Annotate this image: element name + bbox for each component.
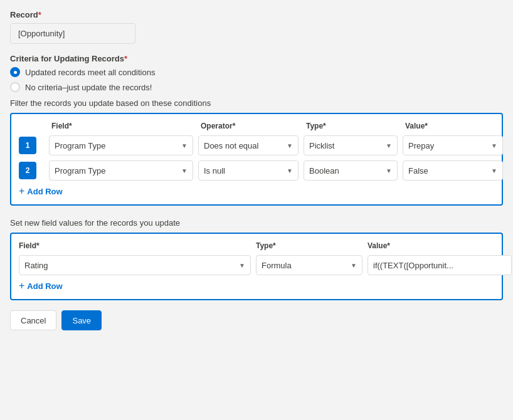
condition-row-1: 1 Program Type ▼ Does not equal ▼ Pickli… xyxy=(19,135,494,155)
header-type: Type* xyxy=(306,122,400,130)
radio-circle-all-conditions[interactable] xyxy=(10,67,20,77)
header-value: Value* xyxy=(405,122,505,130)
values-header-value: Value* xyxy=(368,241,512,250)
chevron-down-icon: ▼ xyxy=(491,142,497,149)
radio-circle-no-criteria[interactable] xyxy=(10,82,20,92)
row-number-2: 2 xyxy=(19,162,36,179)
condition-row-2: 2 Program Type ▼ Is null ▼ Boolean ▼ Fal… xyxy=(19,160,494,181)
header-operator: Operator* xyxy=(201,122,301,130)
condition-operator-2[interactable]: Is null ▼ xyxy=(198,160,299,181)
criteria-section: Criteria for Updating Records* Updated r… xyxy=(10,54,503,92)
header-field: Field* xyxy=(51,122,196,130)
radio-label-all-conditions: Updated records meet all conditions xyxy=(25,68,155,77)
values-row-1: Rating ▼ Formula ▼ if((TEXT([Opportunit.… xyxy=(19,255,494,275)
condition-type-2[interactable]: Boolean ▼ xyxy=(304,160,398,181)
chevron-down-icon: ▼ xyxy=(386,142,392,149)
conditions-table: Field* Operator* Type* Value* 1 Program … xyxy=(10,113,503,206)
filter-description: Filter the records you update based on t… xyxy=(10,98,503,108)
values-value-1[interactable]: if((TEXT([Opportunit... xyxy=(368,255,512,275)
condition-value-1[interactable]: Prepay ▼ xyxy=(403,135,503,155)
header-delete xyxy=(510,122,513,130)
bottom-buttons: Cancel Save xyxy=(10,310,503,330)
chevron-down-icon: ▼ xyxy=(351,262,357,269)
delete-row-1[interactable]: × xyxy=(508,140,513,150)
chevron-down-icon: ▼ xyxy=(491,167,497,174)
save-button[interactable]: Save xyxy=(61,310,102,330)
values-header-type: Type* xyxy=(256,241,362,250)
values-header-field: Field* xyxy=(19,241,251,250)
values-table: Field* Type* Value* Rating ▼ Formula ▼ i… xyxy=(10,233,503,300)
add-values-row-button[interactable]: + Add Row xyxy=(19,280,63,291)
condition-operator-1[interactable]: Does not equal ▼ xyxy=(198,135,299,155)
chevron-down-icon: ▼ xyxy=(386,167,392,174)
chevron-down-icon: ▼ xyxy=(287,167,293,174)
chevron-down-icon: ▼ xyxy=(181,167,188,174)
criteria-radio-group: Updated records meet all conditions No c… xyxy=(10,67,503,92)
radio-item-all-conditions[interactable]: Updated records meet all conditions xyxy=(10,67,503,77)
chevron-down-icon: ▼ xyxy=(181,142,188,149)
condition-field-1[interactable]: Program Type ▼ xyxy=(49,135,193,155)
row-number-1: 1 xyxy=(19,137,36,154)
plus-icon: + xyxy=(19,280,24,291)
delete-row-2[interactable]: × xyxy=(508,165,513,176)
cancel-button[interactable]: Cancel xyxy=(10,310,56,330)
conditions-header: Field* Operator* Type* Value* xyxy=(19,122,494,130)
plus-icon: + xyxy=(19,186,24,197)
header-num xyxy=(21,122,46,130)
add-condition-row-button[interactable]: + Add Row xyxy=(19,186,63,197)
criteria-label: Criteria for Updating Records* xyxy=(10,54,503,63)
condition-field-2[interactable]: Program Type ▼ xyxy=(49,160,193,181)
condition-value-2[interactable]: False ▼ xyxy=(403,160,503,181)
record-label: Record* xyxy=(10,10,503,19)
values-header: Field* Type* Value* xyxy=(19,241,494,250)
radio-label-no-criteria: No criteria–just update the records! xyxy=(25,83,152,92)
radio-item-no-criteria[interactable]: No criteria–just update the records! xyxy=(10,82,503,92)
record-value[interactable]: [Opportunity] xyxy=(10,23,135,44)
condition-type-1[interactable]: Picklist ▼ xyxy=(304,135,398,155)
set-values-description: Set new field values for the records you… xyxy=(10,218,503,228)
chevron-down-icon: ▼ xyxy=(287,142,293,149)
values-field-1[interactable]: Rating ▼ xyxy=(19,255,251,275)
chevron-down-icon: ▼ xyxy=(239,262,245,269)
record-section: Record* [Opportunity] xyxy=(10,10,503,54)
values-type-1[interactable]: Formula ▼ xyxy=(256,255,362,275)
set-values-section: Set new field values for the records you… xyxy=(10,218,503,300)
